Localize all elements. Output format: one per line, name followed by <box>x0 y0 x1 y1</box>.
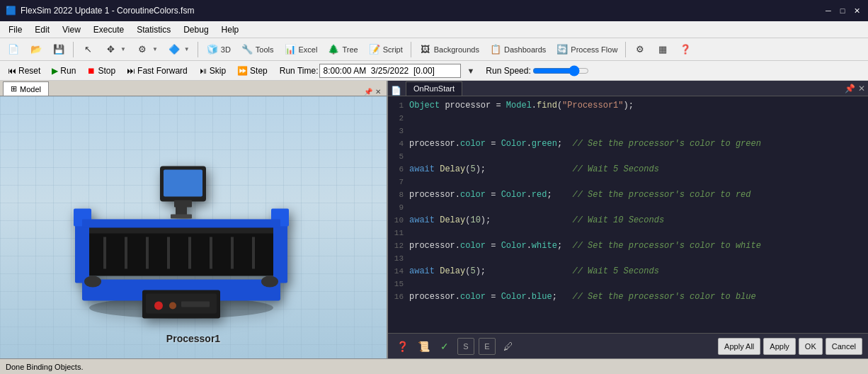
run-speed-label: Run Speed: <box>486 66 530 76</box>
svg-rect-3 <box>75 220 89 283</box>
svg-rect-19 <box>125 237 127 269</box>
backgrounds-button[interactable]: 🖼 Backgrounds <box>415 40 484 59</box>
menu-edit[interactable]: Edit <box>29 23 55 36</box>
process-flow-button[interactable]: 🔄 Process Flow <box>552 40 622 59</box>
new-button[interactable]: 📄 <box>3 40 24 59</box>
dropper-button[interactable]: 🖊 <box>500 338 517 355</box>
panel-pin-button[interactable]: 📌 <box>364 88 372 96</box>
script-label: Script <box>383 45 403 54</box>
svg-rect-11 <box>176 202 187 216</box>
cursor-icon: ↖ <box>81 43 94 56</box>
close-button[interactable]: ✕ <box>851 5 862 16</box>
menu-view[interactable]: View <box>57 23 86 36</box>
code-line-8: 8 processor.color = Color.red; // Set th… <box>388 188 868 201</box>
minimize-button[interactable]: ─ <box>823 5 834 16</box>
extra-tool[interactable]: 🔷 ▼ <box>164 40 194 59</box>
s-button[interactable]: S <box>457 338 474 355</box>
excel-button[interactable]: 📊 Excel <box>280 40 322 59</box>
move-tool[interactable]: ✥ ▼ <box>100 40 130 59</box>
stop-label: Stop <box>98 66 115 76</box>
apply-all-button[interactable]: Apply All <box>718 338 760 355</box>
dashboards-button[interactable]: 📋 Dashboards <box>485 40 550 59</box>
skip-button[interactable]: ⏯ Skip <box>194 63 231 79</box>
svg-rect-21 <box>167 237 170 269</box>
title-bar-left: 🟦 FlexSim 2022 Update 1 - CoroutineColor… <box>6 6 194 16</box>
tools-button[interactable]: 🔧 Tools <box>236 40 278 59</box>
svg-rect-4 <box>273 220 287 283</box>
skip-label: Skip <box>210 66 226 76</box>
code-line-2: 2 <box>388 112 868 125</box>
separator-4 <box>625 42 626 57</box>
script-button[interactable]: 📝 Script <box>364 40 407 59</box>
tree-button[interactable]: 🌲 Tree <box>323 40 362 59</box>
menu-statistics[interactable]: Statistics <box>131 23 176 36</box>
step-button[interactable]: ⏩ Step <box>232 63 273 79</box>
help-icon: ❓ <box>679 43 692 56</box>
help-icon-button[interactable]: ❓ <box>394 338 411 355</box>
title-bar: 🟦 FlexSim 2022 Update 1 - CoroutineColor… <box>0 0 868 21</box>
run-button[interactable]: ▶ Run <box>47 63 81 79</box>
settings-button[interactable]: ⚙ <box>629 40 651 59</box>
run-time-dropdown[interactable]: ▼ <box>462 62 479 80</box>
menu-help[interactable]: Help <box>216 23 245 36</box>
e-button[interactable]: E <box>479 338 496 355</box>
code-bottom-left: ❓ 📜 ✓ S E 🖊 <box>394 338 517 355</box>
panels-button[interactable]: ▦ <box>652 40 673 59</box>
code-line-15: 15 <box>388 278 868 290</box>
dropdown-icon: ▼ <box>467 67 474 75</box>
cursor-tool[interactable]: ↖ <box>77 40 98 59</box>
code-line-9: 9 <box>388 201 868 214</box>
code-panel-close-button[interactable]: ✕ <box>858 84 865 94</box>
maximize-button[interactable]: □ <box>837 5 848 16</box>
save-button[interactable]: 💾 <box>48 40 69 59</box>
code-bottom-bar: ❓ 📜 ✓ S E 🖊 Apply All Apply OK Cancel <box>388 333 868 358</box>
menu-file[interactable]: File <box>3 23 28 36</box>
tools-icon: 🔧 <box>241 43 253 56</box>
app-icon: 🟦 <box>6 6 16 16</box>
help-button[interactable]: ❓ <box>675 40 696 59</box>
check-button[interactable]: ✓ <box>436 338 453 355</box>
svg-point-28 <box>261 276 278 288</box>
machine-container <box>61 128 302 328</box>
open-button[interactable]: 📂 <box>25 40 47 59</box>
script-edit-button[interactable]: 📜 <box>415 338 432 355</box>
3d-button[interactable]: 🧊 3D <box>202 40 235 59</box>
fast-forward-button[interactable]: ⏭ Fast Forward <box>122 63 193 79</box>
code-line-14: 14 await Delay(5); // Wait 5 Seconds <box>388 265 868 278</box>
reset-button[interactable]: ⏮ Reset <box>3 63 45 79</box>
model-tab[interactable]: ⊞ Model <box>3 81 49 96</box>
code-line-5: 5 <box>388 150 868 163</box>
code-line-3: 3 <box>388 125 868 137</box>
ok-button[interactable]: OK <box>799 338 823 355</box>
code-tab-onrunstart[interactable]: OnRunStart <box>406 81 462 96</box>
code-tab-bar: 📄 OnRunStart 📌 ✕ <box>388 81 868 96</box>
build-tool[interactable]: ⚙ ▼ <box>132 40 162 59</box>
apply-button[interactable]: Apply <box>763 338 796 355</box>
speed-slider[interactable] <box>532 65 589 76</box>
app-title: FlexSim 2022 Update 1 - CoroutineColors.… <box>21 6 194 16</box>
processor-label: Processor1 <box>166 333 220 344</box>
new-icon: 📄 <box>7 43 20 56</box>
cancel-button[interactable]: Cancel <box>826 338 862 355</box>
run-time-input[interactable] <box>319 64 461 78</box>
menu-execute[interactable]: Execute <box>88 23 130 36</box>
pin-icon[interactable]: 📌 <box>845 84 855 94</box>
code-line-6: 6 await Delay(5); // Wait 5 Seconds <box>388 163 868 176</box>
step-label: Step <box>250 66 268 76</box>
stop-button[interactable]: ⏹ Stop <box>82 63 120 79</box>
run-label: Run <box>60 66 76 76</box>
svg-rect-26 <box>82 220 280 228</box>
svg-rect-25 <box>252 237 255 269</box>
code-line-7: 7 <box>388 176 868 188</box>
main-toolbar: 📄 📂 💾 ↖ ✥ ▼ ⚙ ▼ 🔷 ▼ 🧊 3D 🔧 Tools 📊 Excel… <box>0 38 868 61</box>
code-tab-controls: 📌 ✕ <box>845 84 865 94</box>
svg-point-27 <box>84 276 101 288</box>
status-text: Done Binding Objects. <box>6 363 83 371</box>
code-editor[interactable]: 1 Object processor = Model.find("Process… <box>388 96 868 333</box>
panel-close-button[interactable]: ✕ <box>375 88 381 96</box>
dashboards-icon: 📋 <box>489 43 502 56</box>
menu-debug[interactable]: Debug <box>178 23 214 36</box>
build-icon: ⚙ <box>136 43 149 56</box>
tree-label: Tree <box>342 45 358 54</box>
stop-icon: ⏹ <box>87 66 96 76</box>
